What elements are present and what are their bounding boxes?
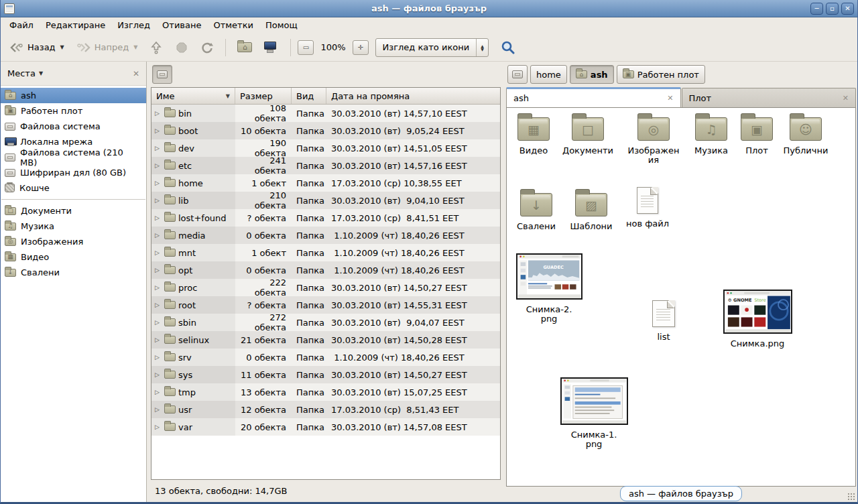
column-header-size[interactable]: Размер [235, 88, 292, 104]
breadcrumb-home-button[interactable]: home [530, 65, 567, 84]
column-header-type[interactable]: Вид [292, 88, 326, 104]
tab-close-icon[interactable]: ✕ [667, 94, 673, 103]
close-button[interactable]: ✕ [841, 3, 854, 15]
back-button[interactable]: Назад ▼ [5, 39, 69, 56]
folder-documents[interactable]: □ Документи [561, 113, 615, 155]
file-new-file[interactable]: нов файл [621, 187, 674, 229]
breadcrumb-root-button[interactable] [152, 65, 172, 84]
table-row[interactable]: ▷ etc 241 обекта Папка 30.03.2010 (вт) 1… [151, 157, 500, 174]
table-row[interactable]: ▷ sbin 272 обекта Папка 30.03.2010 (вт) … [151, 314, 500, 331]
expander-icon[interactable]: ▷ [155, 424, 162, 430]
maximize-button[interactable]: ▫ [826, 3, 839, 15]
table-row[interactable]: ▷ home 1 обект Папка 17.03.2010 (ср) 10,… [151, 174, 500, 192]
column-header-name[interactable]: Име ▼ [151, 88, 235, 104]
expander-icon[interactable]: ▷ [155, 302, 162, 308]
tab-close-icon[interactable]: ✕ [843, 94, 849, 103]
forward-dropdown-icon[interactable]: ▼ [133, 44, 137, 50]
sidebar-item-downloads[interactable]: ↓ Свалени [1, 265, 146, 280]
expander-icon[interactable]: ▷ [155, 180, 162, 186]
expander-icon[interactable]: ▷ [155, 406, 162, 413]
folder-public[interactable]: ☺ Публични [778, 113, 834, 155]
sidebar-item-video[interactable]: ▦ Видео [1, 249, 146, 265]
expander-icon[interactable]: ▷ [155, 371, 162, 378]
icon-view[interactable]: ▦ Видео □ Документи ◎ Изображения ♫ Музи… [506, 107, 856, 487]
table-row[interactable]: ▷ media 0 обекта Папка 1.10.2009 (чт) 18… [151, 227, 500, 244]
file-snimka-1[interactable]: Снимка-1.png [560, 377, 628, 449]
menu-bookmarks[interactable]: Отметки [207, 17, 259, 34]
reload-button[interactable] [196, 38, 219, 58]
stop-button[interactable] [170, 38, 193, 58]
file-snimka-2[interactable]: GUADEC Снимка-2.png [515, 253, 583, 324]
menu-file[interactable]: Файл [3, 17, 40, 34]
tab-ash[interactable]: ash ✕ [506, 87, 681, 107]
folder-images[interactable]: ◎ Изображения [627, 113, 680, 165]
table-row[interactable]: ▷ var 20 обекта Папка 30.03.2010 (вт) 14… [151, 418, 500, 436]
view-mode-select[interactable]: Изглед като икони ▲▼ [375, 38, 489, 57]
expander-icon[interactable]: ▷ [155, 389, 162, 395]
expander-icon[interactable]: ▷ [155, 162, 162, 169]
zoom-in-button[interactable]: ✛ [353, 40, 369, 55]
folder-downloads[interactable]: ↓ Свалени [509, 188, 563, 231]
expander-icon[interactable]: ▷ [155, 319, 162, 326]
column-header-date[interactable]: Дата на промяна [326, 88, 500, 104]
table-row[interactable]: ▷ usr 12 обекта Папка 17.03.2010 (ср) 8,… [151, 401, 500, 418]
menu-help[interactable]: Помощ [259, 17, 304, 34]
breadcrumb-desktop-button[interactable]: ▣ Работен плот [617, 65, 705, 84]
folder-video[interactable]: ▦ Видео [507, 113, 560, 155]
file-list-doc[interactable]: list [631, 300, 696, 342]
expander-icon[interactable]: ▷ [155, 354, 162, 361]
table-row[interactable]: ▷ bin 108 обекта Папка 30.03.2010 (вт) 1… [151, 105, 500, 122]
minimize-button[interactable]: ─ [810, 3, 823, 15]
up-button[interactable] [145, 38, 168, 58]
sidebar-item-images[interactable]: ◎ Изображения [1, 234, 146, 249]
table-row[interactable]: ▷ lost+found ? обекта Папка 17.03.2010 (… [151, 209, 500, 227]
sidebar-mode-select[interactable]: Места ▼ [7, 68, 43, 78]
table-row[interactable]: ▷ selinux 21 обекта Папка 30.03.2010 (вт… [151, 331, 500, 349]
sidebar-item-filesystem[interactable]: Файлова система [1, 119, 146, 134]
breadcrumb-root-button[interactable] [507, 65, 528, 84]
table-row[interactable]: ▷ boot 10 обекта Папка 30.03.2010 (вт) 9… [151, 122, 500, 139]
table-row[interactable]: ▷ opt 0 обекта Папка 1.10.2009 (чт) 18,4… [151, 261, 500, 279]
menu-view[interactable]: Изглед [111, 17, 156, 34]
zoom-out-button[interactable]: ▭ [298, 40, 314, 55]
expander-icon[interactable]: ▷ [155, 110, 162, 117]
sidebar-item-filesystem-210mb[interactable]: Файлова система (210 MB) [1, 149, 146, 165]
file-snimka[interactable]: ⚙ GNOME Store Снимка.png [723, 290, 792, 349]
expander-icon[interactable]: ▷ [155, 145, 162, 151]
sidebar-close-icon[interactable]: ✕ [133, 69, 139, 78]
menu-edit[interactable]: Редактиране [40, 17, 111, 34]
sidebar-item-music[interactable]: ♫ Музика [1, 218, 146, 234]
back-dropdown-icon[interactable]: ▼ [60, 44, 64, 50]
table-row[interactable]: ▷ dev 190 обекта Папка 30.03.2010 (вт) 1… [151, 139, 500, 157]
table-row[interactable]: ▷ proc 222 обекта Папка 30.03.2010 (вт) … [151, 279, 500, 296]
expander-icon[interactable]: ▷ [155, 127, 162, 134]
search-button[interactable] [497, 38, 519, 58]
expander-icon[interactable]: ▷ [155, 284, 162, 291]
forward-button[interactable]: Напред ▼ [72, 39, 143, 56]
sidebar-item-desktop[interactable]: ▣ Работен плот [1, 103, 146, 119]
expander-icon[interactable]: ▷ [155, 249, 162, 256]
table-row[interactable]: ▷ sys 11 обекта Папка 30.03.2010 (вт) 14… [151, 366, 500, 383]
menu-go[interactable]: Отиване [156, 17, 207, 34]
expander-icon[interactable]: ▷ [155, 336, 162, 343]
table-row[interactable]: ▷ tmp 13 обекта Папка 30.03.2010 (вт) 15… [151, 383, 500, 401]
expander-icon[interactable]: ▷ [155, 232, 162, 239]
breadcrumb-ash-button[interactable]: ⌂ ash [570, 65, 614, 84]
expander-icon[interactable]: ▷ [155, 214, 162, 221]
sidebar-item-documents[interactable]: □ Документи [1, 203, 146, 218]
table-row[interactable]: ▷ srv 0 обекта Папка 1.10.2009 (чт) 18,4… [151, 349, 500, 366]
resize-grip[interactable] [847, 493, 855, 501]
table-row[interactable]: ▷ root ? обекта Папка 30.03.2010 (вт) 14… [151, 296, 500, 314]
folder-templates[interactable]: ▨ Шаблони [564, 188, 618, 231]
sidebar-item-home[interactable]: ⌂ ash [1, 88, 146, 103]
expander-icon[interactable]: ▷ [155, 267, 162, 273]
table-row[interactable]: ▷ mnt 1 обект Папка 1.10.2009 (чт) 18,40… [151, 244, 500, 261]
titlebar[interactable]: ash — файлов браузър ─ ▫ ✕ [1, 0, 857, 17]
computer-button[interactable] [259, 38, 284, 56]
expander-icon[interactable]: ▷ [155, 197, 162, 204]
tab-plot[interactable]: Плот ✕ [682, 88, 857, 107]
folder-desktop[interactable]: ▣ Плот [730, 113, 784, 155]
table-row[interactable]: ▷ lib 210 обекта Папка 30.03.2010 (вт) 9… [151, 192, 500, 209]
sidebar-item-encrypted-80gb[interactable]: Шифриран дял (80 GB) [1, 165, 146, 180]
sidebar-item-trash[interactable]: Кошче [1, 180, 146, 196]
